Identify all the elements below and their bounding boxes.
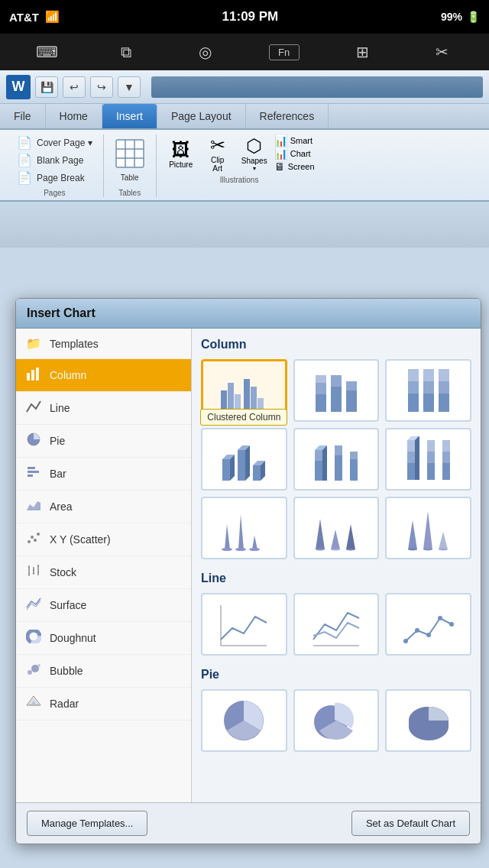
cone-column-thumb[interactable] (201, 497, 287, 559)
svg-point-92 (316, 549, 325, 551)
tab-file[interactable]: File (0, 104, 46, 128)
svg-marker-99 (423, 511, 432, 549)
svg-rect-54 (439, 394, 449, 412)
tab-home[interactable]: Home (46, 104, 102, 128)
svg-rect-42 (316, 383, 326, 394)
clip-art-icon: ✂ (210, 134, 225, 156)
svg-marker-89 (252, 536, 257, 549)
svg-rect-81 (427, 440, 435, 452)
fn-icon[interactable]: Fn (269, 44, 300, 60)
cone2-column-thumb[interactable] (293, 497, 380, 559)
3d-clustered-column-thumb[interactable] (201, 428, 287, 491)
bar-label: Bar (50, 468, 66, 480)
3d-stacked100-column-thumb[interactable] (385, 428, 471, 491)
screenshot-button[interactable]: 🖥 Screen (274, 160, 315, 173)
mouse-icon[interactable]: ◎ (189, 43, 220, 61)
svg-point-16 (37, 533, 40, 536)
svg-rect-67 (315, 450, 322, 461)
area-label: Area (50, 500, 73, 513)
insert-chart-dialog: Insert Chart 📁 Templates Column (15, 298, 481, 844)
tools-icon[interactable]: ✂ (426, 43, 457, 61)
time-display: 11:09 PM (222, 9, 279, 24)
svg-marker-93 (331, 530, 340, 549)
chart-type-bubble[interactable]: Bubble (16, 655, 191, 688)
chart-type-column[interactable]: Column (16, 359, 191, 392)
area-icon (25, 498, 42, 515)
svg-point-98 (408, 549, 417, 551)
surface-icon (25, 597, 42, 614)
tab-references[interactable]: References (246, 104, 329, 128)
clip-art-button[interactable]: ✂ Clip Art (201, 134, 235, 173)
svg-marker-12 (27, 501, 40, 510)
more-button[interactable]: ▼ (118, 76, 141, 98)
svg-rect-71 (335, 445, 342, 455)
dialog-footer: Manage Templates... Set as Default Chart (16, 802, 481, 844)
svg-rect-53 (423, 369, 434, 381)
chart-type-bar[interactable]: Bar (16, 458, 191, 491)
chart-type-stock[interactable]: Stock (16, 556, 191, 589)
shapes-icon: ⬡ (246, 135, 262, 157)
svg-rect-75 (407, 452, 415, 463)
svg-rect-80 (427, 452, 435, 463)
cover-page-button[interactable]: 📄 Cover Page ▾ (14, 134, 96, 151)
svg-rect-50 (408, 369, 419, 381)
svg-rect-76 (407, 440, 415, 452)
shapes-button[interactable]: ⬡ Shapes ▾ (238, 135, 271, 172)
svg-rect-84 (442, 440, 450, 452)
pie-thumb-2[interactable] (293, 689, 380, 752)
tab-insert[interactable]: Insert (102, 104, 157, 128)
cone3-column-thumb[interactable] (385, 497, 471, 559)
page-break-button[interactable]: 📄 Page Break (14, 170, 96, 186)
table-button[interactable]: Table (112, 137, 148, 183)
chart-button[interactable]: 📊 Chart (274, 147, 315, 160)
redo-button[interactable]: ↪ (90, 76, 113, 98)
undo-button[interactable]: ↩ (63, 76, 86, 98)
chart-type-radar[interactable]: Radar (16, 688, 191, 721)
tab-page-layout[interactable]: Page Layout (157, 104, 246, 128)
clustered-column-thumb[interactable]: Clustered Column (201, 359, 287, 422)
pie-thumb-1[interactable] (201, 689, 287, 752)
stacked100-column-thumb[interactable] (385, 359, 471, 422)
blank-page-button[interactable]: 📄 Blank Page (14, 152, 96, 168)
line-thumb-3[interactable] (385, 593, 471, 656)
window-icon[interactable]: ⧉ (111, 44, 141, 61)
chart-type-scatter[interactable]: X Y (Scatter) (16, 523, 191, 556)
wifi-icon: 📶 (45, 10, 60, 24)
svg-marker-95 (346, 524, 355, 549)
stacked-column-thumb[interactable] (293, 359, 380, 422)
svg-rect-70 (335, 455, 342, 481)
svg-rect-55 (439, 381, 449, 394)
chart-type-pie[interactable]: Pie (16, 425, 191, 458)
chart-type-surface[interactable]: Surface (16, 589, 191, 622)
manage-templates-button[interactable]: Manage Templates... (27, 811, 147, 836)
pie-thumb-3[interactable] (385, 689, 471, 752)
3d-stacked-column-thumb[interactable] (293, 428, 380, 491)
column-chart-grid: Clustered Column (201, 359, 471, 559)
grid-icon[interactable]: ⊞ (348, 43, 378, 61)
svg-rect-37 (235, 394, 241, 412)
smartart-button[interactable]: 📊 Smart (274, 134, 315, 147)
line-thumb-1[interactable] (201, 593, 287, 656)
radar-icon (25, 695, 42, 712)
svg-point-109 (438, 616, 442, 620)
set-default-chart-button[interactable]: Set as Default Chart (351, 811, 470, 836)
chart-type-doughnut[interactable]: Doughnut (16, 622, 191, 655)
pie-section-title: Pie (201, 668, 471, 682)
picture-button[interactable]: 🖼 Picture (164, 139, 198, 169)
toolbar-icons-row: ⌨ ⧉ ◎ Fn ⊞ ✂ (0, 34, 489, 70)
clip-art-label2: Art (212, 164, 222, 173)
line-thumb-2[interactable] (293, 593, 380, 656)
svg-point-15 (34, 539, 37, 542)
chart-type-line[interactable]: Line (16, 392, 191, 425)
line-label: Line (50, 402, 70, 414)
svg-rect-46 (346, 390, 357, 412)
keyboard-icon[interactable]: ⌨ (32, 43, 63, 61)
scatter-icon (25, 531, 42, 548)
page-break-icon: 📄 (17, 170, 32, 185)
chart-type-templates[interactable]: 📁 Templates (16, 329, 191, 359)
svg-rect-56 (439, 369, 449, 381)
document-title-bar (151, 76, 483, 98)
chart-type-area[interactable]: Area (16, 491, 191, 523)
tables-group-label: Tables (118, 189, 141, 197)
save-button[interactable]: 💾 (35, 76, 58, 98)
